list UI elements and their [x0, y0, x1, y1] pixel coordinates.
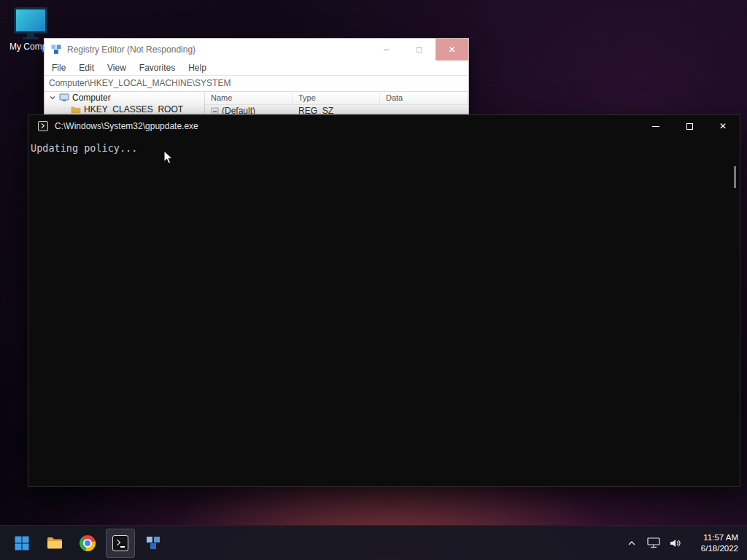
string-value-icon	[211, 107, 219, 115]
computer-monitor-icon	[14, 7, 47, 34]
tree-node-hkey-classes-root[interactable]: HKEY_CLASSES_ROOT	[44, 104, 204, 114]
tree-node-computer-label: Computer	[72, 93, 111, 103]
minimize-icon	[652, 126, 659, 127]
value-type-cell: REG_SZ	[293, 106, 380, 114]
maximize-icon	[686, 123, 693, 130]
console-minimize-button[interactable]	[639, 115, 673, 137]
registry-tree-pane[interactable]: Computer HKEY_CLASSES_ROOT	[44, 92, 205, 114]
column-header-name[interactable]: Name	[205, 92, 293, 104]
registry-address-bar[interactable]: Computer\HKEY_LOCAL_MACHINE\SYSTEM	[44, 75, 468, 92]
command-prompt-icon	[112, 535, 128, 551]
column-header-type[interactable]: Type	[293, 92, 380, 104]
menu-edit[interactable]: Edit	[79, 63, 94, 73]
menu-file[interactable]: File	[52, 63, 66, 73]
windows-logo-icon	[15, 536, 29, 551]
chrome-icon	[80, 535, 96, 551]
registry-close-button[interactable]: ✕	[436, 39, 468, 61]
console-output-text: Updating policy...	[28, 137, 740, 154]
menu-help[interactable]: Help	[188, 63, 206, 73]
computer-monitor-base	[23, 37, 39, 39]
registry-body: Computer HKEY_CLASSES_ROOT Name Type Dat…	[44, 92, 468, 114]
console-output-area[interactable]: Updating policy...	[28, 137, 740, 486]
console-window-controls: ✕	[639, 115, 740, 137]
chrome-button[interactable]	[73, 529, 102, 558]
registry-values-pane[interactable]: Name Type Data (Default) REG_SZ	[205, 92, 468, 114]
column-header-data[interactable]: Data	[380, 92, 468, 104]
registry-editor-button[interactable]	[139, 529, 168, 558]
start-button[interactable]	[7, 529, 36, 558]
registry-value-row[interactable]: (Default) REG_SZ	[205, 105, 468, 114]
taskbar-clock: 11:57 AM 6/18/2022	[693, 532, 740, 554]
system-tray: 11:57 AM 6/18/2022	[623, 532, 740, 555]
network-status-button[interactable]	[645, 532, 662, 555]
chevron-up-icon	[627, 539, 636, 548]
value-name: (Default)	[222, 106, 255, 114]
desktop-background: My Compu Registry Editor (Not Responding…	[0, 0, 747, 560]
tree-node-computer[interactable]: Computer	[44, 92, 204, 104]
console-app-icon	[38, 121, 48, 131]
clock-date: 6/18/2022	[693, 543, 738, 554]
registry-minimize-button[interactable]: –	[370, 39, 403, 61]
network-icon	[647, 537, 660, 548]
menu-view[interactable]: View	[107, 63, 126, 73]
taskbar: 11:57 AM 6/18/2022	[0, 525, 747, 560]
console-titlebar[interactable]: C:\Windows\System32\gpupdate.exe ✕	[28, 115, 740, 137]
console-close-button[interactable]: ✕	[706, 115, 740, 137]
console-window-title: C:\Windows\System32\gpupdate.exe	[55, 121, 198, 131]
registry-cubes-icon	[145, 535, 161, 551]
folder-icon	[71, 106, 81, 114]
chevron-down-icon[interactable]	[49, 94, 56, 101]
gpupdate-console-window[interactable]: C:\Windows\System32\gpupdate.exe ✕ Updat…	[28, 114, 740, 487]
file-explorer-icon	[47, 537, 63, 550]
registry-editor-window[interactable]: Registry Editor (Not Responding) – □ ✕ F…	[44, 38, 469, 114]
registry-window-controls: – □ ✕	[370, 39, 468, 61]
registry-window-title: Registry Editor (Not Responding)	[67, 44, 196, 55]
console-maximize-button[interactable]	[673, 115, 706, 137]
value-name-cell: (Default)	[205, 106, 293, 114]
tree-node-hkey-label: HKEY_CLASSES_ROOT	[84, 104, 183, 114]
computer-node-icon	[59, 93, 69, 102]
menu-favorites[interactable]: Favorites	[139, 63, 175, 73]
speaker-icon	[669, 538, 682, 548]
tray-overflow-button[interactable]	[623, 532, 640, 555]
registry-app-icon	[50, 44, 62, 55]
registry-menubar: File Edit View Favorites Help	[44, 61, 468, 75]
command-prompt-button-active[interactable]	[106, 529, 135, 558]
file-explorer-button[interactable]	[40, 529, 69, 558]
clock-button[interactable]: 11:57 AM 6/18/2022	[689, 532, 740, 555]
registry-titlebar[interactable]: Registry Editor (Not Responding) – □ ✕	[44, 39, 468, 61]
registry-column-headers: Name Type Data	[205, 92, 468, 105]
registry-maximize-button[interactable]: □	[403, 39, 436, 61]
console-scrollbar-thumb[interactable]	[734, 166, 736, 188]
volume-button[interactable]	[667, 532, 684, 555]
clock-time: 11:57 AM	[693, 532, 738, 543]
